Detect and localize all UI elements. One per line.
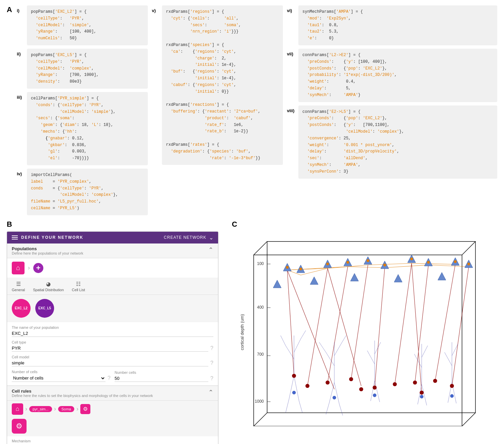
cell-rules-collapse-icon[interactable]: ⌃ — [208, 389, 213, 396]
tab-general[interactable]: ☰ General — [12, 281, 25, 292]
pop-tool-row: ⌂ › + — [7, 258, 218, 278]
tab-cell-list[interactable]: ☷ Cell List — [72, 281, 85, 292]
svg-point-86 — [299, 268, 302, 270]
pop-name-input[interactable] — [12, 330, 213, 337]
panel-vii-label: vii) — [287, 49, 296, 56]
cell-type-label: Cell type — [12, 340, 213, 344]
num-cells-dropdown[interactable]: Number of cells — [12, 374, 106, 382]
gui-container: DEFINE YOUR NETWORK CREATE NETWORK ⌄ Pop… — [7, 231, 218, 444]
num-cells-value-input[interactable] — [115, 375, 208, 382]
num-cells-label: Number of cells — [12, 370, 111, 374]
svg-text:cortical depth (um): cortical depth (um) — [240, 314, 245, 350]
panel-iv: importCellParams( label = 'PYR_complex',… — [27, 169, 148, 215]
svg-point-100 — [393, 382, 397, 386]
svg-point-108 — [373, 394, 376, 397]
hamburger-icon[interactable] — [12, 235, 18, 239]
cell-type-input[interactable] — [12, 345, 208, 352]
section-a-label: A — [7, 5, 13, 14]
svg-point-104 — [359, 387, 363, 391]
soma-pill[interactable]: Soma — [58, 406, 75, 412]
svg-point-87 — [326, 263, 329, 265]
section-c: C cortical depth (um) 100 400 700 — [225, 220, 497, 444]
cell-model-group: Cell model ? — [12, 355, 213, 366]
svg-point-93 — [454, 260, 457, 263]
panel-viii: connParams['E2->L5'] = { 'preConds': {'p… — [298, 105, 497, 179]
populations-title: Populations — [12, 246, 83, 251]
gear-icon-pink-2[interactable]: ⚙ — [80, 404, 90, 414]
populations-collapse-icon[interactable]: ⌃ — [208, 246, 213, 254]
panel-i: popParams['EXC_L2'] = { 'cellType': 'PYR… — [27, 5, 148, 45]
cell-type-help-icon[interactable]: ? — [210, 345, 213, 351]
path-arrow-2: › — [54, 405, 56, 412]
svg-point-97 — [326, 381, 330, 385]
populations-header: Populations Define here the populations … — [7, 243, 218, 258]
populations-subtitle: Define here the populations of your netw… — [12, 251, 83, 255]
add-population-btn[interactable]: + — [33, 263, 43, 273]
mech-label: Mechanism — [12, 439, 213, 443]
spatial-icon: ◕ — [46, 281, 51, 287]
network-viz: cortical depth (um) 100 400 700 1000 — [232, 231, 497, 426]
svg-point-99 — [373, 386, 377, 390]
cell-model-help-icon[interactable]: ? — [210, 360, 213, 366]
cell-list-icon: ☷ — [76, 281, 81, 287]
panel-viii-label: viii) — [287, 105, 296, 113]
panel-iii-label: iii) — [17, 92, 25, 100]
svg-point-92 — [427, 261, 430, 264]
svg-point-103 — [450, 384, 454, 388]
panel-vii: connParams['L2->E2'] = { 'preConds': {'y… — [298, 49, 497, 102]
num-cells-help-icon[interactable]: ? — [108, 375, 111, 381]
path-arrow-1: › — [25, 405, 27, 412]
cell-model-input[interactable] — [12, 360, 208, 366]
hh-node: ⚙ — [7, 417, 218, 436]
num-cells-value-label: Number cells — [115, 370, 213, 374]
svg-point-110 — [450, 394, 454, 398]
viz-container: cortical depth (um) 100 400 700 1000 — [232, 231, 497, 426]
svg-line-2 — [254, 241, 267, 255]
panel-i-label: i) — [17, 5, 25, 13]
svg-point-89 — [367, 259, 369, 262]
panel-ii: popParams['EXC_L5'] = { 'cellType': 'PYR… — [27, 49, 148, 89]
pop-node-excl5[interactable]: EXC_L5 — [35, 299, 54, 318]
tabs-row: ☰ General ◕ Spatial Distribution ☷ Cell … — [7, 278, 218, 295]
mech-name-group: Mechanism hh — [12, 439, 213, 444]
pop-form: The name of your population Cell type ? … — [7, 322, 218, 386]
spatial-label: Spatial Distribution — [33, 288, 64, 292]
svg-point-94 — [467, 263, 470, 265]
house-icon-pink-2[interactable]: ⌂ — [12, 403, 23, 415]
pop-node-excl2[interactable]: EXC_L2 — [12, 299, 31, 318]
house-icon-pink[interactable]: ⌂ — [12, 262, 25, 274]
gui-header-title: DEFINE YOUR NETWORK — [21, 235, 83, 240]
svg-line-4 — [254, 413, 267, 426]
tab-spatial[interactable]: ◕ Spatial Distribution — [33, 281, 64, 292]
path-arrow-3: › — [76, 405, 78, 412]
panel-v: rxdParams['regions'] = { 'cyt': {'cells'… — [162, 5, 283, 165]
section-c-label: C — [232, 220, 237, 229]
num-cells-group: Number of cells Number of cells ? Number… — [12, 370, 213, 382]
pyr-sim-pill[interactable]: pyr_sim... — [29, 406, 52, 412]
panel-vi-label: vi) — [287, 5, 296, 13]
svg-text:1000: 1000 — [255, 399, 264, 404]
hh-gear-icon[interactable]: ⚙ — [12, 419, 27, 434]
svg-point-101 — [413, 381, 417, 385]
svg-point-96 — [305, 384, 309, 388]
general-label: General — [12, 288, 25, 292]
cell-rule-path: ⌂ › pyr_sim... › Soma › ⚙ — [7, 401, 218, 417]
svg-line-5 — [462, 413, 475, 426]
svg-point-105 — [420, 391, 424, 395]
cell-rules-subtitle: Define here the rules to set the biophys… — [12, 394, 153, 398]
num-cells-value-help-icon[interactable]: ? — [210, 375, 213, 382]
create-network-btn[interactable]: CREATE NETWORK — [164, 235, 206, 240]
cell-rules-title: Cell rules — [12, 389, 153, 394]
svg-point-88 — [346, 261, 349, 264]
cell-type-group: Cell type ? — [12, 340, 213, 352]
svg-text:400: 400 — [257, 305, 264, 310]
svg-point-85 — [286, 266, 289, 269]
cell-rules-header: Cell rules Define here the rules to set … — [7, 386, 218, 401]
chevron-down-icon[interactable]: ⌄ — [209, 234, 213, 241]
svg-text:100: 100 — [257, 261, 264, 266]
cell-list-label: Cell List — [72, 288, 85, 292]
gui-header: DEFINE YOUR NETWORK CREATE NETWORK ⌄ — [7, 232, 218, 243]
svg-point-102 — [433, 379, 437, 383]
cell-model-label: Cell model — [12, 355, 213, 359]
svg-point-90 — [383, 264, 386, 266]
